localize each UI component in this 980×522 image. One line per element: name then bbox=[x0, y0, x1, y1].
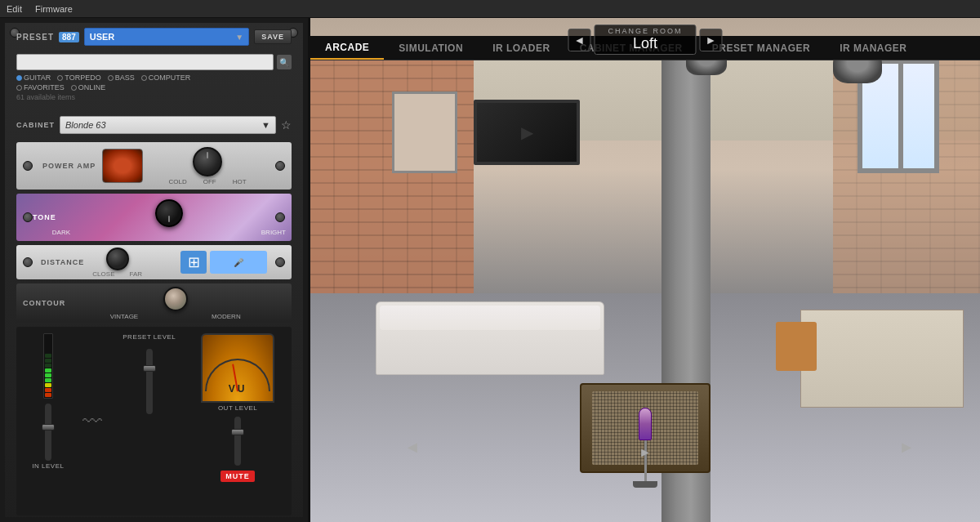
search-input[interactable] bbox=[16, 54, 274, 70]
tab-arcade[interactable]: ARCADE bbox=[310, 36, 384, 60]
mic-type-button[interactable]: ⊞ bbox=[180, 251, 207, 274]
screw-dist-left bbox=[23, 257, 33, 267]
levels-section: IN LEVEL 〰 PRESET LEVEL VU OUT bbox=[16, 327, 292, 515]
filter-favorites-label: FAVORITES bbox=[24, 83, 65, 91]
cabinet-row: CABINET Blonde 63 ▼ ☆ bbox=[16, 114, 292, 136]
screw-pa bbox=[23, 161, 33, 171]
preset-level-col: PRESET LEVEL bbox=[111, 333, 187, 509]
filter-torpedo-label: TORPEDO bbox=[65, 74, 100, 82]
menu-bar: Edit Firmware bbox=[0, 0, 980, 18]
filter-guitar[interactable]: GUITAR bbox=[16, 74, 51, 82]
in-level-col: IN LEVEL bbox=[23, 333, 74, 509]
microphone-body bbox=[639, 408, 652, 440]
preset-name: USER bbox=[90, 32, 115, 42]
out-level-slider[interactable] bbox=[231, 429, 244, 435]
preset-level-label: PRESET LEVEL bbox=[122, 333, 176, 341]
filter-computer-label: COMPUTER bbox=[149, 74, 191, 82]
distance-section: DISTANCE CLOSE FAR ⊞ 🎤 bbox=[16, 245, 292, 279]
tab-ir-loader[interactable]: IR LOADER bbox=[478, 36, 565, 60]
save-button[interactable]: SAVE bbox=[254, 29, 292, 44]
change-room-title: CHANGE ROOM bbox=[608, 27, 682, 35]
filter-computer[interactable]: COMPUTER bbox=[141, 74, 191, 82]
sofa bbox=[376, 301, 604, 375]
mic-prev-button[interactable]: ◄ bbox=[404, 438, 421, 457]
radio-computer bbox=[141, 75, 147, 81]
led-green-1 bbox=[45, 378, 51, 382]
tv-screen: ▶ bbox=[474, 100, 580, 165]
led-off-1 bbox=[45, 364, 51, 368]
stand-base bbox=[633, 481, 657, 488]
far-label: FAR bbox=[129, 270, 142, 278]
tab-ir-manager[interactable]: IR MANAGER bbox=[825, 36, 921, 60]
search-row: 🔍 bbox=[16, 54, 292, 70]
filter-online-label: ONLINE bbox=[78, 83, 106, 91]
radio-torpedo bbox=[57, 75, 63, 81]
menu-edit[interactable]: Edit bbox=[7, 4, 22, 14]
window-frame bbox=[898, 64, 903, 168]
filter-bass-label: BASS bbox=[115, 74, 135, 82]
mic-selector: ⊞ 🎤 bbox=[180, 251, 267, 274]
mic-icon: 🎤 bbox=[234, 258, 243, 267]
power-amp-knob-area: COLD OFF HOT bbox=[149, 147, 265, 185]
preset-select[interactable]: USER ▼ bbox=[84, 28, 249, 46]
menu-firmware[interactable]: Firmware bbox=[35, 4, 73, 14]
power-amp-knob[interactable] bbox=[193, 147, 222, 176]
room-prev-button[interactable]: ◄ bbox=[568, 29, 590, 51]
cabinet-label: CABINET bbox=[16, 121, 55, 129]
filter-online[interactable]: ONLINE bbox=[71, 83, 106, 91]
radio-favorites bbox=[16, 85, 22, 91]
vintage-label: VINTAGE bbox=[110, 313, 139, 320]
contour-knob[interactable] bbox=[163, 287, 188, 311]
in-level-slider[interactable] bbox=[42, 424, 55, 431]
search-icon[interactable]: 🔍 bbox=[277, 55, 292, 69]
close-label: CLOSE bbox=[92, 270, 114, 278]
off-label: OFF bbox=[203, 178, 216, 185]
tone-bright-label: BRIGHT bbox=[261, 229, 286, 236]
chevron-cabinet-icon: ▼ bbox=[261, 120, 270, 130]
change-room-control: ◄ CHANGE ROOM Loft ► bbox=[568, 25, 722, 55]
mic-model-button[interactable]: 🎤 bbox=[210, 251, 267, 274]
led-green-2 bbox=[45, 373, 51, 377]
room-next-button[interactable]: ► bbox=[700, 29, 723, 51]
chair bbox=[776, 322, 817, 371]
screw-dist-right bbox=[275, 257, 285, 267]
filter-favorites[interactable]: FAVORITES bbox=[16, 83, 65, 91]
led-off-3 bbox=[45, 354, 51, 358]
tab-simulation[interactable]: SIMULATION bbox=[384, 36, 478, 60]
tone-dark-label: DARK bbox=[52, 229, 70, 236]
distance-knob[interactable] bbox=[106, 248, 129, 270]
cabinet-select[interactable]: Blonde 63 ▼ bbox=[60, 116, 276, 134]
favorite-star-button[interactable]: ☆ bbox=[281, 118, 292, 132]
filter-row: GUITAR TORPEDO BASS COMPUTER bbox=[16, 74, 292, 82]
preset-number: 887 bbox=[59, 32, 79, 42]
mic-play-button[interactable]: ► bbox=[639, 445, 652, 460]
contour-section: CONTOUR VINTAGE MODERN bbox=[16, 283, 292, 323]
power-amp-label: POWER AMP bbox=[42, 162, 96, 170]
tone-knob[interactable] bbox=[155, 199, 183, 227]
filter-torpedo[interactable]: TORPEDO bbox=[57, 74, 100, 82]
radio-online bbox=[71, 85, 77, 91]
tube-image bbox=[102, 149, 143, 183]
main-layout: ARCADE SIMULATION IR LOADER CABINET MANA… bbox=[0, 18, 980, 522]
led-green-3 bbox=[45, 368, 51, 373]
artwork bbox=[392, 91, 457, 173]
preset-bar: PRESET 887 USER ▼ SAVE bbox=[16, 25, 292, 49]
search-area: 🔍 GUITAR TORPEDO BASS COMPUTER bbox=[16, 54, 292, 101]
wave-icon: 〰 bbox=[82, 410, 102, 433]
modern-label: MODERN bbox=[212, 313, 241, 320]
vu-meter: VU bbox=[201, 333, 274, 403]
preset-level-slider[interactable] bbox=[143, 365, 156, 372]
led-red-2 bbox=[45, 388, 51, 392]
tone-label: TONE bbox=[33, 213, 56, 221]
power-amp-section: POWER AMP COLD OFF HOT bbox=[16, 142, 292, 190]
mute-button[interactable]: MUTE bbox=[220, 471, 255, 482]
mic-next-button[interactable]: ► bbox=[898, 438, 915, 457]
filter-bass[interactable]: BASS bbox=[108, 74, 135, 82]
tv-icon: ▶ bbox=[521, 123, 533, 142]
tone-section: TONE DARK BRIGHT bbox=[16, 194, 292, 241]
chevron-down-icon: ▼ bbox=[235, 33, 243, 42]
led-off-2 bbox=[45, 359, 51, 363]
radio-bass bbox=[108, 75, 114, 81]
room-name-box: CHANGE ROOM Loft bbox=[594, 25, 696, 55]
room-view: ▶ ◄ CHANGE ROOM Loft ► bbox=[310, 18, 980, 522]
